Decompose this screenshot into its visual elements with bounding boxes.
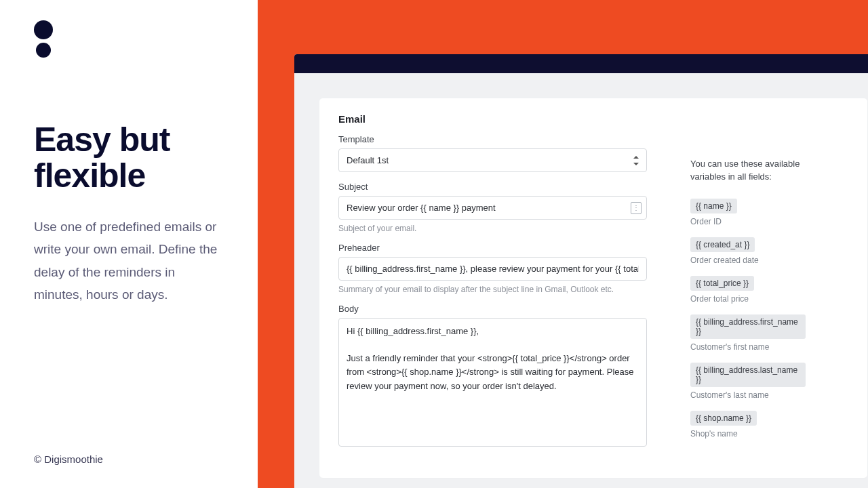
body-textarea[interactable] xyxy=(338,318,647,447)
page: Easy but flexible Use one of predefined … xyxy=(0,0,868,488)
preheader-field: Preheader Summary of your email to displ… xyxy=(338,243,647,294)
variable-item: {{ name }} Order ID xyxy=(690,199,806,226)
variable-token[interactable]: {{ shop.name }} xyxy=(690,411,757,426)
variable-item: {{ total_price }} Order total price xyxy=(690,276,806,304)
variable-token[interactable]: {{ name }} xyxy=(690,199,737,214)
subject-input-wrap: ⋮ xyxy=(338,196,647,220)
variable-desc: Order ID xyxy=(690,217,806,226)
template-field: Template Default 1st xyxy=(338,134,647,172)
variable-desc: Order total price xyxy=(690,294,806,304)
preheader-label: Preheader xyxy=(338,243,647,253)
variable-item: {{ created_at }} Order created date xyxy=(690,237,806,265)
template-select[interactable]: Default 1st xyxy=(338,148,647,172)
subject-hint: Subject of your email. xyxy=(338,224,647,233)
footer-credit: © Digismoothie xyxy=(34,453,103,465)
logo-dot-large xyxy=(34,20,53,39)
demo-panel: Email Template Default 1st xyxy=(258,0,868,488)
variable-desc: Shop's name xyxy=(690,429,806,439)
variable-item: {{ billing_address.first_name }} Custome… xyxy=(690,314,806,352)
variable-item: {{ billing_address.last_name }} Customer… xyxy=(690,363,806,400)
logo xyxy=(34,20,224,58)
form-column: Template Default 1st Subject xyxy=(338,134,647,459)
subcopy: Use one of predefined emails or write yo… xyxy=(34,216,224,306)
variables-column: You can use these available variables in… xyxy=(690,134,806,459)
variable-token[interactable]: {{ billing_address.first_name }} xyxy=(690,314,806,339)
preheader-input[interactable] xyxy=(338,257,647,281)
preheader-hint: Summary of your email to display after t… xyxy=(338,285,647,294)
app-topbar xyxy=(294,54,868,73)
variable-desc: Customer's last name xyxy=(690,390,806,400)
variable-item: {{ shop.name }} Shop's name xyxy=(690,411,806,439)
template-label: Template xyxy=(338,134,647,144)
card-title: Email xyxy=(338,113,848,125)
variable-token[interactable]: {{ billing_address.last_name }} xyxy=(690,363,806,387)
headline: Easy but flexible xyxy=(34,122,224,194)
body-field: Body xyxy=(338,304,647,449)
variables-intro: You can use these available variables in… xyxy=(690,158,806,184)
subject-label: Subject xyxy=(338,182,647,192)
logo-dot-small xyxy=(36,43,51,58)
template-select-wrap[interactable]: Default 1st xyxy=(338,148,647,172)
body-label: Body xyxy=(338,304,647,314)
variable-picker-icon[interactable]: ⋮ xyxy=(631,202,642,214)
email-card: Email Template Default 1st xyxy=(319,98,868,479)
app-frame: Email Template Default 1st xyxy=(294,54,868,488)
subject-input[interactable] xyxy=(338,196,647,220)
subject-field: Subject ⋮ Subject of your email. xyxy=(338,182,647,233)
variable-token[interactable]: {{ total_price }} xyxy=(690,276,754,291)
marketing-panel: Easy but flexible Use one of predefined … xyxy=(0,0,258,488)
card-body: Template Default 1st Subject xyxy=(338,134,848,459)
variable-token[interactable]: {{ created_at }} xyxy=(690,237,755,252)
variable-desc: Order created date xyxy=(690,256,806,265)
variable-desc: Customer's first name xyxy=(690,342,806,352)
